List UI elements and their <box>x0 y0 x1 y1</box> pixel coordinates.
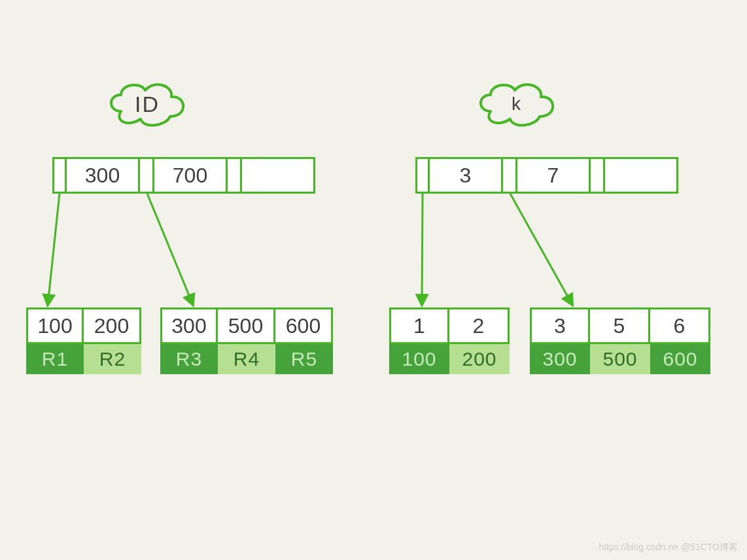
leaf-key: 1 <box>389 307 449 344</box>
leaf-data: R5 <box>275 344 333 374</box>
ptr-cell <box>228 157 242 194</box>
root-empty <box>605 157 678 194</box>
root-key: 700 <box>154 157 228 194</box>
left-leaf-1: 100 200 R1 R2 <box>26 307 141 374</box>
leaf-key: 6 <box>650 307 710 344</box>
leaf-key: 500 <box>218 307 275 344</box>
ptr-cell <box>52 157 67 194</box>
leaf-data: 500 <box>590 344 650 374</box>
right-tree: k 3 7 1 2 100 200 3 5 <box>389 79 729 419</box>
svg-line-2 <box>422 194 423 305</box>
leaf-data: 300 <box>530 344 590 374</box>
root-empty <box>242 157 315 194</box>
leaf-data: R2 <box>84 344 141 374</box>
ptr-cell <box>591 157 605 194</box>
arrow-left-1 <box>26 194 196 318</box>
left-tree: ID 300 700 100 200 R1 R2 300 <box>26 79 366 419</box>
ptr-cell <box>503 157 517 194</box>
leaf-data: 600 <box>650 344 710 374</box>
root-key: 300 <box>67 157 140 194</box>
ptr-cell <box>415 157 430 194</box>
leaf-data: 200 <box>449 344 510 374</box>
svg-line-1 <box>147 194 193 305</box>
right-leaf-2: 3 5 6 300 500 600 <box>530 307 710 374</box>
leaf-data: R3 <box>160 344 218 374</box>
arrow-right-2 <box>389 194 599 318</box>
svg-line-3 <box>510 194 572 305</box>
leaf-key: 100 <box>26 307 84 344</box>
leaf-key: 5 <box>590 307 650 344</box>
leaf-key: 2 <box>449 307 510 344</box>
cloud-k: k <box>474 79 559 130</box>
leaf-key: 300 <box>160 307 218 344</box>
leaf-data: R4 <box>218 344 275 374</box>
cloud-id: ID <box>105 79 190 130</box>
leaf-data: 100 <box>389 344 449 374</box>
left-root-node: 300 700 <box>52 157 315 194</box>
right-leaf-1: 1 2 100 200 <box>389 307 510 374</box>
ptr-cell <box>140 157 154 194</box>
leaf-key: 200 <box>84 307 141 344</box>
arrow-left-2 <box>26 194 235 318</box>
svg-line-0 <box>48 194 60 305</box>
cloud-id-label: ID <box>105 79 190 130</box>
left-leaf-2: 300 500 600 R3 R4 R5 <box>160 307 333 374</box>
arrow-right-1 <box>389 194 559 318</box>
root-key: 3 <box>430 157 503 194</box>
watermark-text: https://blog.csdn.ne @51CTO博客 <box>599 542 738 553</box>
root-key: 7 <box>517 157 591 194</box>
leaf-key: 600 <box>275 307 333 344</box>
right-root-node: 3 7 <box>415 157 678 194</box>
cloud-k-label: k <box>474 79 559 130</box>
leaf-data: R1 <box>26 344 84 374</box>
leaf-key: 3 <box>530 307 590 344</box>
